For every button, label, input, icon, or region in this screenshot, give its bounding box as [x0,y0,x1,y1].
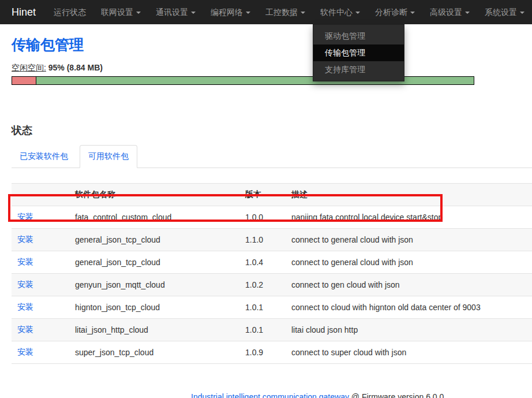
package-name: fata_control_custom_cloud [69,206,239,229]
install-button[interactable]: 安装 [17,257,33,266]
free-space-text: 空闲空间: 95% (8.84 MB) [12,63,532,73]
software-center-dropdown: 驱动包管理 传输包管理 支持库管理 [313,24,404,81]
gateway-link[interactable]: Industrial intelligent communication gat… [191,392,349,398]
dropdown-item-transfer-package[interactable]: 传输包管理 [313,44,404,61]
nav-item-label: 分析诊断 [375,8,407,17]
dropdown-item-support-library[interactable]: 支持库管理 [313,61,404,78]
package-version: 1.0.0 [239,206,286,229]
chevron-down-icon [246,12,250,14]
page-title: 传输包管理 [12,36,532,53]
package-version: 1.1.0 [239,229,286,251]
chevron-down-icon [355,12,360,14]
install-button[interactable]: 安装 [17,235,33,244]
header-version: 版本 [239,184,286,206]
package-version: 1.0.1 [239,296,286,319]
chevron-down-icon [136,12,141,14]
table-row: 安装 fata_control_custom_cloud 1.0.0 nanji… [12,206,532,229]
table-row: 安装 genyun_json_mqtt_cloud 1.0.2 connect … [12,274,532,296]
nav-item-system-settings[interactable]: 系统设置 [477,0,532,24]
nav-item-running-status[interactable]: 运行状态 [46,0,93,24]
package-description: connect to cloud with hignton old data c… [286,296,532,319]
chevron-down-icon [520,12,524,14]
package-name: super_json_tcp_cloud [69,341,239,364]
package-description: connect to general cloud with json [286,251,532,274]
nav-item-programming-network[interactable]: 编程网络 [203,0,258,24]
nav-item-label: 运行状态 [54,8,86,17]
table-row: 安装 general_json_tcp_cloud 1.1.0 connect … [12,229,532,251]
nav-item-industrial-data[interactable]: 工控数据 [258,0,313,24]
free-space-value: 95% (8.84 MB) [48,63,103,72]
storage-progress-bar [12,76,474,85]
top-navbar: Hinet 运行状态 联网设置 通讯设置 编程网络 工控数据 软件中心 驱动包管… [0,0,532,24]
package-version: 1.0.9 [239,341,286,364]
footer: Industrial intelligent communication gat… [12,392,532,398]
package-description: litai cloud json http [286,319,532,341]
table-row: 安装 litai_json_http_cloud 1.0.1 litai clo… [12,319,532,341]
install-button[interactable]: 安装 [17,302,33,311]
chevron-down-icon [465,12,470,14]
tab-installed-packages[interactable]: 已安装软件包 [12,146,76,168]
nav-item-network-settings[interactable]: 联网设置 [93,0,148,24]
chevron-down-icon [191,12,196,14]
package-description: connect to general cloud with json [286,229,532,251]
firmware-version-text: @ Firmware version 6.0.0 [351,392,444,398]
nav-item-label: 编程网络 [211,8,243,17]
package-version: 1.0.4 [239,251,286,274]
package-name: genyun_json_mqtt_cloud [69,274,239,296]
nav-item-label: 通讯设置 [156,8,188,17]
package-version: 1.0.1 [239,319,286,341]
package-table: 软件包名称 版本 描述 安装 fata_control_custom_cloud… [12,183,532,364]
table-row: 安装 super_json_tcp_cloud 1.0.9 connect to… [12,341,532,364]
nav-item-label: 软件中心 [320,8,353,17]
install-button[interactable]: 安装 [17,347,33,356]
main-content: 传输包管理 空闲空间: 95% (8.84 MB) 状态 已安装软件包 可用软件… [0,36,532,398]
status-heading: 状态 [12,124,532,137]
table-row: 安装 hignton_json_tcp_cloud 1.0.1 connect … [12,296,532,319]
table-header-row: 软件包名称 版本 描述 [12,184,532,206]
tab-available-packages[interactable]: 可用软件包 [80,145,137,168]
install-button[interactable]: 安装 [17,280,33,289]
nav-item-advanced-settings[interactable]: 高级设置 [422,0,477,24]
package-description: nanjing fata control local device start&… [286,206,532,229]
nav-item-software-center[interactable]: 软件中心 驱动包管理 传输包管理 支持库管理 [313,0,368,24]
package-tabs: 已安装软件包 可用软件包 [12,145,532,168]
nav-item-label: 高级设置 [430,8,462,17]
package-version: 1.0.2 [239,274,286,296]
nav-item-analysis-diagnosis[interactable]: 分析诊断 [368,0,422,24]
header-description: 描述 [286,184,532,206]
nav-item-comm-settings[interactable]: 通讯设置 [148,0,203,24]
install-button[interactable]: 安装 [17,325,33,334]
header-install [12,184,69,206]
header-package-name: 软件包名称 [69,184,239,206]
install-button[interactable]: 安装 [17,212,33,221]
chevron-down-icon [301,12,305,14]
brand-logo[interactable]: Hinet [0,0,46,24]
nav-menu: 运行状态 联网设置 通讯设置 编程网络 工控数据 软件中心 驱动包管理 传输包管… [46,0,532,24]
package-description: connect to super cloud with json [286,341,532,364]
nav-item-label: 联网设置 [101,8,133,17]
free-space-label: 空闲空间: [12,63,46,72]
dropdown-item-driver-package[interactable]: 驱动包管理 [313,28,404,44]
storage-used-segment [12,77,36,84]
table-row: 安装 general_json_tcp_cloud 1.0.4 connect … [12,251,532,274]
storage-free-segment [36,77,474,84]
package-name: general_json_tcp_cloud [69,251,239,274]
package-name: general_json_tcp_cloud [69,229,239,251]
package-name: litai_json_http_cloud [69,319,239,341]
chevron-down-icon [410,12,415,14]
package-description: connect to gen cloud with json [286,274,532,296]
nav-item-label: 系统设置 [485,8,517,17]
package-name: hignton_json_tcp_cloud [69,296,239,319]
nav-item-label: 工控数据 [265,8,298,17]
